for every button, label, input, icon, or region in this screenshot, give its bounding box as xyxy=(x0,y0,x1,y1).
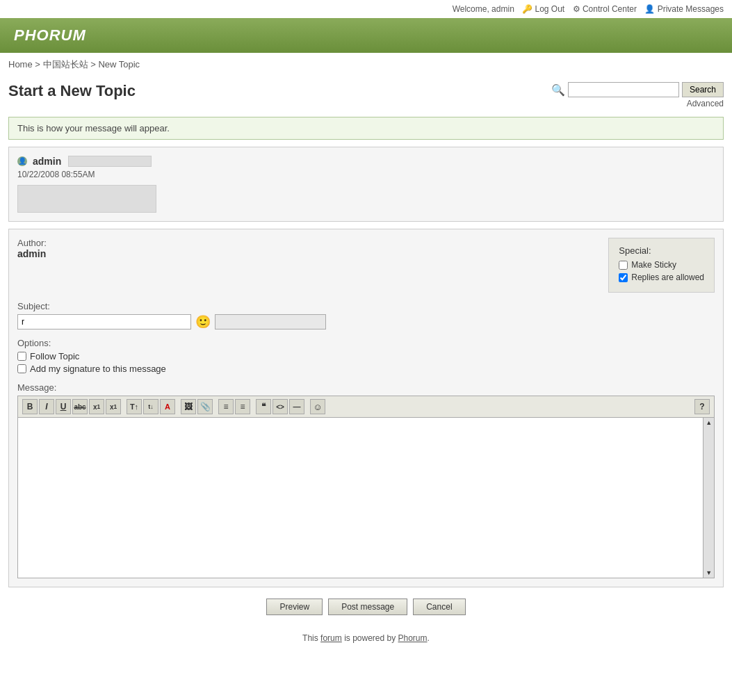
message-preview: 👤 admin 10/22/2008 08:55AM xyxy=(8,147,724,222)
preview-button[interactable]: Preview xyxy=(266,599,323,615)
unordered-list-button[interactable]: ≡ xyxy=(218,399,234,414)
code-button[interactable]: <> xyxy=(273,399,288,414)
hr-button[interactable]: — xyxy=(289,399,304,414)
editor-scrollbar[interactable]: ▲ ▼ xyxy=(703,418,714,578)
replies-allowed-label: Replies are allowed xyxy=(631,272,704,282)
italic-button[interactable]: I xyxy=(39,399,54,414)
author-section: Author: admin xyxy=(17,238,47,259)
scroll-down-button[interactable]: ▼ xyxy=(704,568,713,578)
message-section: Message: B I U abc x1 x1 T↑ t↓ A 🖼 📎 ≡ ≡… xyxy=(17,382,715,578)
site-header: PHORUM xyxy=(0,18,732,53)
replies-allowed-checkbox[interactable] xyxy=(619,273,628,282)
preview-content-block xyxy=(17,185,156,213)
breadcrumb: Home > 中国站长站 > New Topic xyxy=(0,53,732,76)
message-textarea[interactable] xyxy=(18,418,703,578)
font-small-button[interactable]: t↓ xyxy=(143,399,158,414)
form-top: Author: admin Special: Make Sticky Repli… xyxy=(17,238,715,293)
post-button[interactable]: Post message xyxy=(328,599,407,615)
scroll-up-button[interactable]: ▲ xyxy=(704,418,713,428)
subject-label: Subject: xyxy=(17,301,715,311)
special-title: Special: xyxy=(619,245,704,256)
author-name: admin xyxy=(17,248,47,259)
search-icon: 🔍 xyxy=(551,83,565,97)
message-toolbar: B I U abc x1 x1 T↑ t↓ A 🖼 📎 ≡ ≡ ❝ <> — ☺… xyxy=(17,396,715,417)
follow-topic-label: Follow Topic xyxy=(30,351,79,361)
search-row: 🔍 Search xyxy=(551,82,724,97)
help-button[interactable]: ? xyxy=(694,399,710,414)
add-signature-option: Add my signature to this message xyxy=(17,364,715,374)
subject-extra-field xyxy=(215,314,326,329)
add-signature-checkbox[interactable] xyxy=(17,364,26,373)
preview-notice: This is how your message will appear. xyxy=(8,117,724,140)
make-sticky-option: Make Sticky xyxy=(619,260,704,270)
preview-timestamp: 10/22/2008 08:55AM xyxy=(17,170,715,179)
advanced-search-link[interactable]: Advanced xyxy=(687,99,724,108)
private-messages-link[interactable]: 👤 Private Messages xyxy=(644,4,724,14)
author-label: Author: xyxy=(17,238,47,248)
action-buttons: Preview Post message Cancel xyxy=(0,599,732,615)
ordered-list-button[interactable]: ≡ xyxy=(235,399,250,414)
message-label: Message: xyxy=(17,382,715,393)
subject-section: Subject: 🙂 xyxy=(17,301,715,329)
blockquote-button[interactable]: ❝ xyxy=(256,399,271,414)
welcome-text: Welcome, admin xyxy=(453,4,514,14)
special-box: Special: Make Sticky Replies are allowed xyxy=(608,238,715,293)
color-button[interactable]: A xyxy=(160,399,175,414)
emoji-button[interactable]: ☺ xyxy=(310,399,325,414)
strikethrough-button[interactable]: abc xyxy=(72,399,88,414)
subject-input[interactable] xyxy=(17,314,191,329)
attach-button[interactable]: 📎 xyxy=(197,399,213,414)
options-label: Options: xyxy=(17,338,715,348)
footer: This forum is powered by Phorum. xyxy=(0,626,732,650)
preview-author-name: admin xyxy=(33,156,61,167)
phorum-link[interactable]: Phorum xyxy=(398,633,428,643)
search-input[interactable] xyxy=(568,82,679,97)
replies-allowed-option: Replies are allowed xyxy=(619,272,704,282)
add-signature-label: Add my signature to this message xyxy=(30,364,166,374)
subject-row: 🙂 xyxy=(17,314,715,329)
message-editor-wrap: ▲ ▼ xyxy=(17,417,715,578)
top-bar: Welcome, admin 🔑 Log Out ⚙ Control Cente… xyxy=(0,0,732,18)
make-sticky-label: Make Sticky xyxy=(631,260,676,270)
breadcrumb-home[interactable]: Home xyxy=(8,59,33,70)
make-sticky-checkbox[interactable] xyxy=(619,261,628,270)
underline-button[interactable]: U xyxy=(56,399,71,414)
logout-link[interactable]: 🔑 Log Out xyxy=(522,4,564,14)
page-title: Start a New Topic xyxy=(8,82,136,100)
new-topic-form: Author: admin Special: Make Sticky Repli… xyxy=(8,229,724,587)
page-header: Start a New Topic 🔍 Search Advanced xyxy=(0,76,732,117)
options-section: Options: Follow Topic Add my signature t… xyxy=(17,338,715,374)
superscript-button[interactable]: x1 xyxy=(106,399,121,414)
breadcrumb-current: New Topic xyxy=(98,59,140,70)
subject-emoji-button[interactable]: 🙂 xyxy=(195,314,211,329)
user-icon: 👤 xyxy=(17,156,27,166)
follow-topic-option: Follow Topic xyxy=(17,351,715,361)
cancel-button[interactable]: Cancel xyxy=(413,599,465,615)
forum-link[interactable]: forum xyxy=(320,633,342,643)
site-logo: PHORUM xyxy=(14,26,718,44)
breadcrumb-forum[interactable]: 中国站长站 xyxy=(43,59,88,70)
bold-button[interactable]: B xyxy=(22,399,38,414)
subscript-button[interactable]: x1 xyxy=(89,399,104,414)
search-button[interactable]: Search xyxy=(682,82,724,97)
follow-topic-checkbox[interactable] xyxy=(17,352,26,361)
image-button[interactable]: 🖼 xyxy=(181,399,196,414)
control-center-link[interactable]: ⚙ Control Center xyxy=(573,4,637,14)
font-big-button[interactable]: T↑ xyxy=(127,399,142,414)
search-area: 🔍 Search Advanced xyxy=(551,82,724,108)
